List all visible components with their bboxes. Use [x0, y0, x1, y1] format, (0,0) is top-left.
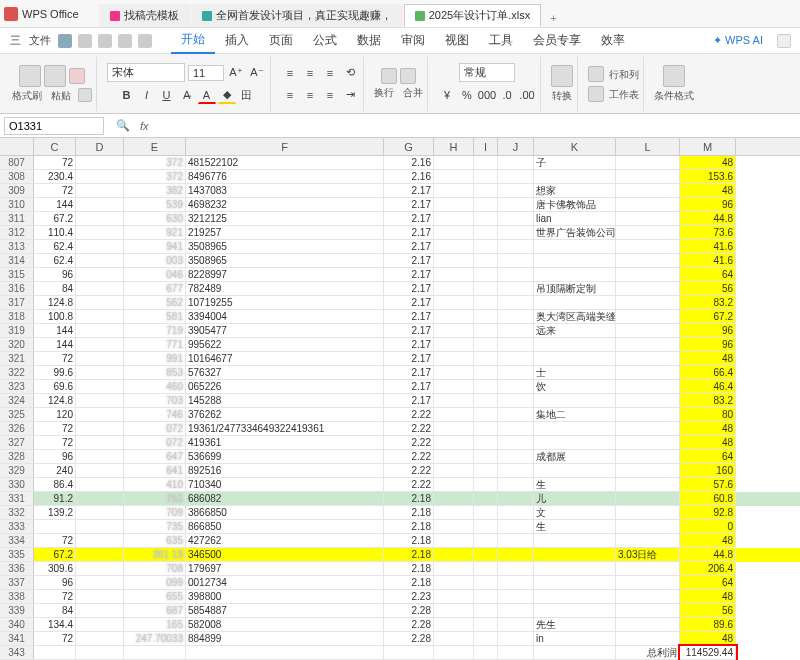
inc-font-icon[interactable]: A⁺ — [227, 64, 245, 82]
table-row[interactable]: 340134.41655820082.28先生89.6 — [0, 618, 800, 632]
menu-tab-2[interactable]: 页面 — [259, 28, 303, 53]
tab-workbook[interactable]: 2025年设计订单.xlsx — [404, 4, 541, 27]
italic-button[interactable]: I — [138, 86, 156, 104]
table-row[interactable]: 3267207219361/24773346493224193612.2248 — [0, 422, 800, 436]
table-row[interactable]: 308230.437284967762.16153.6 — [0, 170, 800, 184]
table-row[interactable]: 332139.270938668502.18文92.8 — [0, 506, 800, 520]
size-select[interactable]: 11 — [188, 65, 224, 81]
table-row[interactable]: 327720724193612.2248 — [0, 436, 800, 450]
table-row[interactable]: 324124.87031452882.1783.2 — [0, 394, 800, 408]
orient-icon[interactable]: ⟲ — [341, 64, 359, 82]
menu-tab-9[interactable]: 效率 — [591, 28, 635, 53]
align-right-icon[interactable]: ≡ — [321, 86, 339, 104]
bold-button[interactable]: B — [118, 86, 136, 104]
table-row[interactable]: 318100.858133940042.17奥大湾区高端美缝67.2 — [0, 310, 800, 324]
table-row[interactable]: 31362.494135089652.1741.6 — [0, 240, 800, 254]
table-row[interactable]: 31167.263032121252.17lian44.8 — [0, 212, 800, 226]
convert-icon[interactable] — [551, 65, 573, 87]
col-header-F[interactable]: F — [186, 138, 384, 155]
table-row[interactable]: 32299.68535763272.17士66.4 — [0, 366, 800, 380]
number-format-select[interactable]: 常规 — [459, 63, 515, 82]
table-row[interactable]: 336309.67081796972.18206.4 — [0, 562, 800, 576]
col-header-M[interactable]: M — [680, 138, 736, 155]
menu-tab-3[interactable]: 公式 — [303, 28, 347, 53]
name-box[interactable] — [4, 117, 104, 135]
indent-icon[interactable]: ⇥ — [341, 86, 359, 104]
col-header-H[interactable]: H — [434, 138, 474, 155]
font-color-button[interactable]: A — [198, 86, 216, 104]
copy-icon[interactable] — [78, 88, 92, 102]
col-header-I[interactable]: I — [474, 138, 498, 155]
table-row[interactable]: 31914471939054772.17远来96 — [0, 324, 800, 338]
table-row[interactable]: 32369.64600652262.17饮46.4 — [0, 380, 800, 394]
font-select[interactable]: 宋体 — [107, 63, 185, 82]
strike-button[interactable]: A̶ — [178, 86, 196, 104]
col-header-J[interactable]: J — [498, 138, 534, 155]
comma-icon[interactable]: 000 — [478, 86, 496, 104]
table-row[interactable]: 34172247.700338848992.28in48 — [0, 632, 800, 646]
table-row[interactable]: 3251207463762622.22集地二80 — [0, 408, 800, 422]
undo-icon[interactable] — [118, 34, 132, 48]
currency-icon[interactable]: ¥ — [438, 86, 456, 104]
menu-tab-6[interactable]: 视图 — [435, 28, 479, 53]
format-brush-icon[interactable] — [19, 65, 41, 87]
align-mid-icon[interactable]: ≡ — [301, 64, 319, 82]
save-icon[interactable] — [58, 34, 72, 48]
menu-tab-5[interactable]: 审阅 — [391, 28, 435, 53]
col-header-E[interactable]: E — [124, 138, 186, 155]
preview-icon[interactable] — [98, 34, 112, 48]
table-row[interactable]: 338726553988002.2348 — [0, 590, 800, 604]
table-row[interactable]: 3379609900127342.1864 — [0, 576, 800, 590]
worksheet-icon[interactable] — [588, 86, 604, 102]
table-row[interactable]: 3097238214370832.17想家48 — [0, 184, 800, 198]
file-menu[interactable]: 文件 — [25, 33, 55, 48]
align-left-icon[interactable]: ≡ — [281, 86, 299, 104]
border-button[interactable]: 田 — [238, 86, 256, 104]
wps-ai-button[interactable]: ✦ WPS AI — [705, 34, 771, 47]
align-bot-icon[interactable]: ≡ — [321, 64, 339, 82]
fill-color-button[interactable]: ◆ — [218, 86, 236, 104]
merge-icon[interactable] — [400, 68, 416, 84]
tab-new[interactable]: + — [542, 9, 564, 27]
table-row[interactable]: 32172991101646772.1748 — [0, 352, 800, 366]
table-row[interactable]: 317124.8562107192552.1783.2 — [0, 296, 800, 310]
menu-tab-0[interactable]: 开始 — [171, 27, 215, 54]
cond-fmt-icon[interactable] — [663, 65, 685, 87]
menu-tab-1[interactable]: 插入 — [215, 28, 259, 53]
dec-dec-icon[interactable]: .00 — [518, 86, 536, 104]
zoom-icon[interactable]: 🔍 — [116, 119, 130, 132]
col-header-G[interactable]: G — [384, 138, 434, 155]
table-row[interactable]: 807723724815221022.16子48 — [0, 156, 800, 170]
wrap-icon[interactable] — [381, 68, 397, 84]
table-row[interactable]: 3337358668502.18生0 — [0, 520, 800, 534]
align-top-icon[interactable]: ≡ — [281, 64, 299, 82]
spreadsheet-grid[interactable]: CDEFGHIJKLM 807723724815221022.16子483082… — [0, 138, 800, 660]
table-row[interactable]: 3292406418925162.22160 — [0, 464, 800, 478]
col-header-L[interactable]: L — [616, 138, 680, 155]
table-row[interactable]: 33567.2361 193465002.183.03日给44.8 — [0, 548, 800, 562]
col-header-K[interactable]: K — [534, 138, 616, 155]
percent-icon[interactable]: % — [458, 86, 476, 104]
table-row[interactable]: 33191.27516860822.18儿60.8 — [0, 492, 800, 506]
search-icon[interactable] — [777, 34, 791, 48]
table-row[interactable]: 328966475366992.22成都展64 — [0, 450, 800, 464]
table-row[interactable]: 316846777824892.17吊顶隔断定制56 — [0, 282, 800, 296]
menu-tab-8[interactable]: 会员专享 — [523, 28, 591, 53]
table-row[interactable]: 31462.400335089652.1741.6 — [0, 254, 800, 268]
paste-icon[interactable] — [44, 65, 66, 87]
underline-button[interactable]: U — [158, 86, 176, 104]
table-row[interactable]: 33086.44107103402.22生57.6 — [0, 478, 800, 492]
col-header-C[interactable]: C — [34, 138, 76, 155]
table-row[interactable]: 3201447719956222.1796 — [0, 338, 800, 352]
dec-font-icon[interactable]: A⁻ — [248, 64, 266, 82]
print-icon[interactable] — [78, 34, 92, 48]
fx-label[interactable]: fx — [136, 120, 153, 132]
table-row[interactable]: 3398468758548872.2856 — [0, 604, 800, 618]
redo-icon[interactable] — [138, 34, 152, 48]
col-header-D[interactable]: D — [76, 138, 124, 155]
hamburger-icon[interactable]: 三 — [6, 33, 25, 48]
table-row[interactable]: 312110.49212192572.17世界广告装饰公司73.6 — [0, 226, 800, 240]
table-row[interactable]: 343总利润114529.44 — [0, 646, 800, 660]
table-row[interactable]: 3159604682289972.1764 — [0, 268, 800, 282]
tab-project[interactable]: 全网首发设计项目，真正实现趣赚， — [191, 4, 403, 27]
